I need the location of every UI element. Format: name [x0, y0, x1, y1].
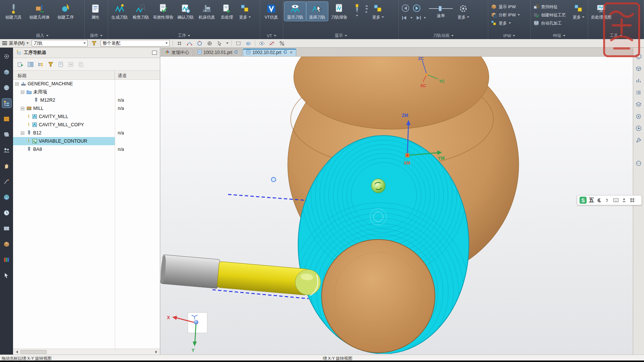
document-icon[interactable]	[57, 61, 64, 68]
layers-icon[interactable]	[635, 101, 643, 108]
layers-stack-icon[interactable]	[2, 130, 11, 139]
selection-type-combobox[interactable]: 刀轨	[32, 40, 88, 47]
point-snap-icon[interactable]	[206, 40, 213, 47]
create-geometry-button[interactable]: 创建几何体	[26, 2, 53, 21]
show-ipw-button[interactable]: 显示 IPW	[489, 3, 521, 10]
table-row[interactable]: ! CAVITY_MILL_COPY	[13, 121, 160, 129]
ribbon-group-features-label[interactable]: 特征	[531, 32, 588, 39]
filter-icon[interactable]	[47, 61, 54, 68]
table-row[interactable]: ! CAVITY_MILL	[13, 112, 160, 121]
keyboard-icon[interactable]	[613, 197, 619, 203]
animation-more-button[interactable]: 更多	[455, 2, 471, 21]
ribbon-group-operations-label[interactable]: 工序	[108, 32, 260, 39]
find-features-button[interactable]: 查找特征	[532, 3, 571, 10]
step-back-button[interactable]	[401, 3, 410, 13]
chevron-down-icon[interactable]	[365, 12, 367, 13]
hand-icon[interactable]	[2, 161, 11, 170]
ribbon-group-actions-label[interactable]: 操作	[85, 32, 108, 39]
verify-toolpath-button[interactable]: 检查刀轨	[130, 2, 151, 21]
wrench-icon[interactable]	[635, 136, 643, 144]
confirm-toolpath-button[interactable]: 确认刀轨	[175, 2, 196, 21]
circle-select-icon[interactable]	[196, 40, 203, 47]
ribbon-group-animation-label[interactable]: 刀轨动画	[399, 32, 488, 39]
section-view-icon[interactable]	[635, 159, 643, 167]
monitor-icon[interactable]	[635, 53, 643, 60]
ribbon-group-ipw-label[interactable]: IPW	[488, 32, 530, 39]
cut-row-icon[interactable]	[67, 61, 75, 68]
cutting-tool[interactable]	[160, 254, 322, 297]
features-more-button[interactable]: 更多	[571, 2, 586, 21]
history-clock-icon[interactable]	[2, 208, 11, 217]
snap-grid-icon[interactable]	[176, 40, 183, 47]
table-row[interactable]: GENERIC_MACHINE	[13, 80, 160, 88]
cube-view-icon[interactable]	[635, 65, 643, 72]
go-to-start-button[interactable]	[401, 15, 409, 21]
person-icon[interactable]	[621, 197, 627, 203]
slider-thumb[interactable]	[439, 6, 442, 11]
ribbon-group-display-label[interactable]: 显示	[283, 32, 398, 39]
vt-simulation-button[interactable]: VT仿真	[261, 2, 281, 21]
go-to-end-button[interactable]	[414, 15, 422, 21]
validity-report-button[interactable]: 有效性报告	[152, 2, 175, 21]
film-icon[interactable]	[2, 224, 11, 233]
collapse-toggle[interactable]	[21, 131, 24, 135]
percent-icon[interactable]	[278, 40, 285, 47]
panel-restore-button[interactable]	[152, 51, 157, 55]
people-icon[interactable]	[2, 146, 11, 155]
speed-slider[interactable]	[429, 6, 453, 12]
target-icon[interactable]	[635, 112, 643, 120]
table-row[interactable]: BA8 n/a	[13, 145, 160, 153]
table-row-selected[interactable]: ! VARIABLE_CONTOUR	[13, 137, 160, 145]
table-row[interactable]: 未用项	[13, 88, 160, 96]
ime-toolbar[interactable]: S 五	[577, 195, 642, 205]
box-icon[interactable]	[2, 239, 11, 248]
chevron-down-icon[interactable]	[226, 42, 228, 44]
rotation-handle[interactable]	[371, 179, 385, 193]
assembly-icon[interactable]	[245, 40, 252, 47]
postprocess-button[interactable]: 后处理	[218, 2, 236, 21]
play-circle-icon[interactable]	[635, 124, 643, 132]
create-tool-button[interactable]: 创建刀具	[1, 2, 26, 21]
hide-eye-slash-icon[interactable]	[268, 40, 275, 47]
collapse-toggle[interactable]	[21, 107, 24, 110]
ime-mode-label[interactable]: 五	[589, 197, 594, 204]
machining-table-icon[interactable]	[2, 114, 11, 123]
part-inner-face[interactable]	[322, 239, 435, 353]
cursor-icon[interactable]	[2, 271, 11, 280]
tab-part-1[interactable]: 1002.10.01.prt	[194, 48, 242, 56]
collapse-toggle[interactable]	[15, 82, 19, 86]
point-marker[interactable]	[271, 177, 276, 182]
collapse-toggle[interactable]	[21, 90, 24, 94]
gear-icon[interactable]	[2, 52, 11, 61]
ime-logo-icon[interactable]: S	[580, 197, 587, 204]
select-toolpath-button[interactable]: 选择刀轨	[306, 2, 328, 21]
chevron-down-icon[interactable]	[410, 17, 413, 19]
expand-tree-icon[interactable]	[37, 61, 44, 68]
table-row[interactable]: B12 n/a	[13, 129, 160, 137]
tab-close-button[interactable]: ×	[290, 50, 293, 55]
ribbon-group-tools-label[interactable]: 工具	[588, 32, 644, 39]
window-box-icon[interactable]	[235, 40, 242, 47]
tab-part-2-active[interactable]: 1002.10.02.prt ×	[243, 48, 296, 56]
cursor-select-icon[interactable]	[216, 40, 223, 47]
column-title[interactable]: 标题	[13, 71, 115, 79]
punctuation-icon[interactable]	[604, 197, 610, 203]
scroll-left-button[interactable]	[14, 349, 20, 355]
chevron-down-icon[interactable]	[424, 17, 426, 19]
operations-more-button[interactable]: 更多	[237, 2, 253, 21]
create-operation-button[interactable]: 创建工序	[53, 2, 78, 21]
table-row[interactable]: MILL n/a	[13, 104, 160, 112]
brush-icon[interactable]	[2, 177, 11, 186]
ribbon-group-vt-label[interactable]: VT	[260, 32, 283, 39]
scroll-right-button[interactable]	[153, 349, 159, 355]
show-hide-eye-icon[interactable]	[258, 40, 265, 47]
spin-down-icon[interactable]	[365, 8, 368, 10]
tab-discovery-center[interactable]: 发现中心	[161, 48, 193, 56]
export-list-icon[interactable]	[17, 61, 24, 68]
show-toolpath-button[interactable]: 显示刀轨	[284, 2, 306, 21]
3d-viewport-canvas[interactable]: ZC XC YC ZM XM YM	[160, 57, 633, 354]
postprocess-view-button[interactable]: 后处理视图	[589, 2, 613, 21]
tool-display-button[interactable]	[350, 2, 364, 18]
column-channel[interactable]: 通道	[115, 71, 160, 79]
machine-simulation-button[interactable]: 机床仿真	[196, 2, 217, 21]
